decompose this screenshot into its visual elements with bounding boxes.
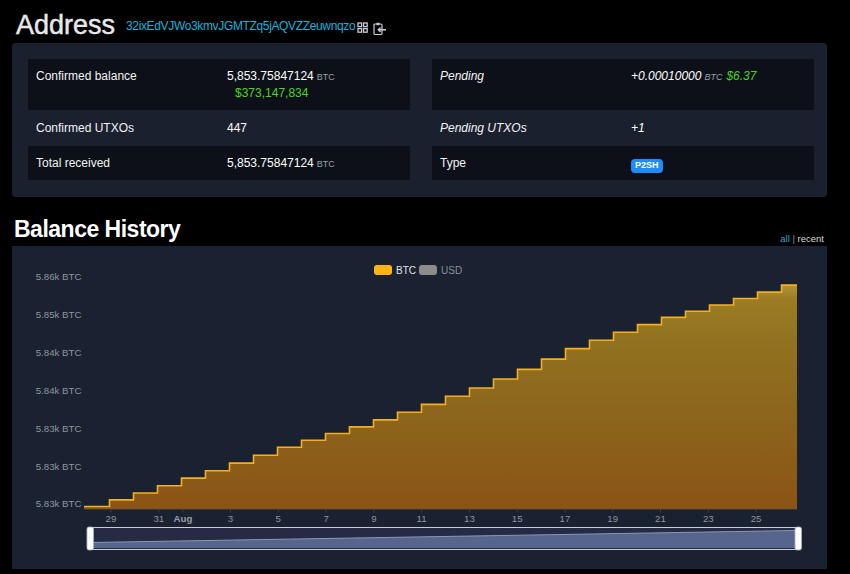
svg-text:USD: USD (441, 265, 462, 276)
svg-text:19: 19 (607, 513, 618, 524)
svg-text:17: 17 (560, 513, 571, 524)
svg-text:29: 29 (106, 513, 117, 524)
svg-text:5: 5 (276, 513, 281, 524)
svg-text:BTC: BTC (396, 265, 416, 276)
svg-text:15: 15 (512, 513, 523, 524)
svg-text:9: 9 (371, 513, 376, 524)
svg-text:7: 7 (323, 513, 328, 524)
svg-text:5.83k BTC: 5.83k BTC (36, 498, 82, 509)
svg-text:5.83k BTC: 5.83k BTC (36, 461, 82, 472)
svg-text:5.86k BTC: 5.86k BTC (36, 271, 82, 282)
svg-text:Aug: Aug (174, 513, 193, 524)
svg-text:5.85k BTC: 5.85k BTC (36, 309, 82, 320)
svg-text:5.84k BTC: 5.84k BTC (36, 385, 82, 396)
svg-text:5.83k BTC: 5.83k BTC (36, 423, 82, 434)
svg-text:13: 13 (464, 513, 475, 524)
svg-text:21: 21 (655, 513, 666, 524)
svg-text:25: 25 (751, 513, 762, 524)
svg-text:31: 31 (153, 513, 164, 524)
svg-text:11: 11 (417, 513, 427, 524)
svg-text:3: 3 (228, 513, 233, 524)
svg-text:5.84k BTC: 5.84k BTC (36, 347, 82, 358)
svg-text:23: 23 (703, 513, 714, 524)
